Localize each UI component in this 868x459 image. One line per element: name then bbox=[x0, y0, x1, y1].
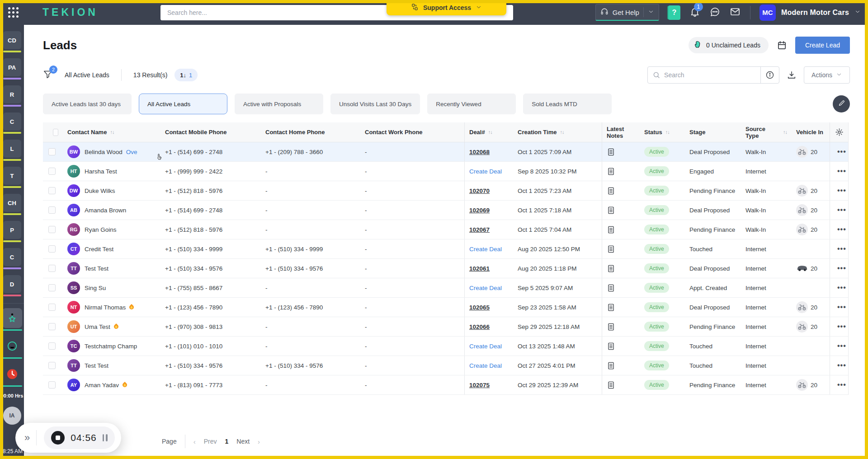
table-row[interactable]: SSSing Su+1 - (755) 855 - 8667--Create D… bbox=[43, 278, 848, 298]
create-deal-link[interactable]: Create Deal bbox=[469, 168, 502, 175]
column-header-contact-mobile-phone[interactable]: Contact Mobile Phone bbox=[160, 129, 261, 136]
row-menu-button[interactable]: ••• bbox=[835, 264, 846, 272]
org-switcher[interactable]: MC Modern Motor Cars bbox=[760, 5, 861, 21]
column-header-contact-home-phone[interactable]: Contact Home Phone bbox=[261, 129, 360, 136]
contact-name[interactable]: Belinda Wood bbox=[85, 149, 123, 155]
row-menu-button[interactable]: ••• bbox=[835, 167, 846, 175]
contact-name[interactable]: Nirmal Thomas bbox=[85, 304, 126, 311]
stop-recording-button[interactable] bbox=[51, 431, 65, 445]
row-menu-button[interactable]: ••• bbox=[835, 381, 846, 389]
unclaimed-leads-pill[interactable]: 0 Unclaimed Leads bbox=[689, 37, 769, 53]
contact-name[interactable]: Uma Test bbox=[85, 323, 110, 330]
column-header-status[interactable]: Status↑↓ bbox=[640, 129, 685, 136]
table-row[interactable]: TTTest Test+1 - (510) 334 - 9576+1 - (51… bbox=[43, 259, 848, 278]
table-row[interactable]: HTHarsha Test+1 - (999) 999 - 2422--Crea… bbox=[43, 162, 848, 181]
expand-recorder-button[interactable]: » bbox=[24, 432, 29, 444]
user-avatar[interactable]: IA bbox=[3, 407, 21, 425]
row-menu-button[interactable]: ••• bbox=[835, 187, 846, 195]
column-header-latest-notes[interactable]: Latest Notes bbox=[602, 122, 640, 142]
deal-number-link[interactable]: 102068 bbox=[469, 149, 490, 155]
deal-number-link[interactable]: 102061 bbox=[469, 265, 490, 272]
edit-views-button[interactable] bbox=[833, 95, 850, 112]
help-guide-icon[interactable]: ? bbox=[668, 5, 680, 20]
row-menu-button[interactable]: ••• bbox=[835, 225, 846, 234]
row-checkbox[interactable] bbox=[48, 342, 56, 350]
sidebar-item-c2[interactable]: C bbox=[3, 248, 21, 269]
current-page[interactable]: 1 bbox=[225, 438, 229, 445]
row-checkbox[interactable] bbox=[48, 206, 56, 214]
row-checkbox[interactable] bbox=[48, 168, 56, 175]
column-header-contact-work-phone[interactable]: Contact Work Phone bbox=[360, 129, 464, 136]
contact-name[interactable]: Harsha Test bbox=[85, 168, 117, 175]
next-page-button[interactable]: Next bbox=[236, 438, 250, 445]
sort-chip[interactable]: 1↓ 1 bbox=[175, 69, 198, 81]
row-checkbox[interactable] bbox=[48, 226, 56, 233]
sidebar-item-l[interactable]: L bbox=[3, 140, 21, 161]
filter-tab-unsold-visits-last-30-days[interactable]: Unsold Visits Last 30 Days bbox=[330, 94, 420, 114]
create-deal-link[interactable]: Create Deal bbox=[469, 285, 502, 291]
sidebar-item-c[interactable]: C bbox=[3, 112, 21, 134]
table-row[interactable]: DWDuke Wilks+1 - (512) 818 - 5976--10207… bbox=[43, 181, 848, 201]
column-header-creation-time[interactable]: Creation Time↑↓ bbox=[513, 129, 602, 136]
overview-link[interactable]: Ove bbox=[126, 149, 137, 155]
column-header-stage[interactable]: Stage bbox=[685, 129, 741, 136]
deal-number-link[interactable]: 102066 bbox=[469, 323, 490, 330]
contact-name[interactable]: Duke Wilks bbox=[85, 187, 115, 194]
table-row[interactable]: ABAmanda Brown+1 - (514) 699 - 2748--102… bbox=[43, 201, 848, 220]
deal-number-link[interactable]: 102075 bbox=[469, 382, 490, 389]
contact-name[interactable]: Credit Test bbox=[85, 246, 113, 253]
row-checkbox[interactable] bbox=[48, 284, 56, 291]
table-row[interactable]: UTUma Test+1 - (970) 308 - 9813--102066S… bbox=[43, 317, 848, 337]
sort-icon[interactable]: ↑↓ bbox=[665, 129, 670, 136]
support-access-banner[interactable]: Support Access bbox=[387, 0, 506, 15]
deal-number-link[interactable]: 102069 bbox=[469, 207, 490, 214]
filter-button[interactable]: 2 bbox=[43, 69, 53, 81]
contact-name[interactable]: Amanda Brown bbox=[85, 207, 126, 214]
sort-icon[interactable]: ↑↓ bbox=[110, 129, 114, 136]
get-help-button[interactable]: Get Help bbox=[595, 4, 659, 21]
row-checkbox[interactable] bbox=[48, 381, 56, 389]
sidebar-item-ch[interactable]: CH bbox=[3, 194, 21, 215]
row-menu-button[interactable]: ••• bbox=[835, 206, 846, 214]
row-menu-button[interactable]: ••• bbox=[835, 303, 846, 311]
contact-name[interactable]: Test Test bbox=[85, 362, 108, 369]
download-icon[interactable] bbox=[787, 70, 797, 80]
pause-recording-button[interactable] bbox=[103, 434, 108, 441]
filter-tab-all-active-leads[interactable]: All Active Leads bbox=[139, 94, 227, 114]
sidebar-item-t[interactable]: T bbox=[3, 167, 21, 188]
sidebar-item-cd[interactable]: CD bbox=[3, 31, 21, 52]
contact-name[interactable]: Test Test bbox=[85, 265, 108, 272]
app-grid-icon[interactable] bbox=[8, 7, 19, 18]
sort-icon[interactable]: ↑↓ bbox=[488, 129, 492, 136]
actions-button[interactable]: Actions bbox=[804, 66, 850, 84]
create-deal-link[interactable]: Create Deal bbox=[469, 246, 502, 253]
row-checkbox[interactable] bbox=[48, 323, 56, 330]
column-header-contact-name[interactable]: Contact Name↑↓ bbox=[63, 129, 160, 136]
sidebar-item-pa[interactable]: PA bbox=[3, 58, 21, 80]
row-checkbox[interactable] bbox=[48, 265, 56, 272]
messages-button[interactable] bbox=[709, 6, 720, 19]
mail-button[interactable] bbox=[729, 6, 741, 19]
table-row[interactable]: CTCredit Test+1 - (510) 334 - 9999+1 - (… bbox=[43, 239, 848, 259]
row-menu-button[interactable]: ••• bbox=[835, 323, 846, 331]
contact-name[interactable]: Ryan Goins bbox=[85, 226, 117, 233]
sidebar-item-leads-star[interactable] bbox=[2, 308, 22, 331]
sidebar-item-gauge[interactable] bbox=[2, 336, 22, 359]
column-header-source-type[interactable]: Source Type↑↓ bbox=[741, 126, 792, 139]
create-deal-link[interactable]: Create Deal bbox=[469, 343, 502, 350]
row-checkbox[interactable] bbox=[48, 362, 56, 369]
create-lead-button[interactable]: Create Lead bbox=[795, 37, 850, 54]
sidebar-item-p[interactable]: P bbox=[3, 221, 21, 242]
sidebar-item-d[interactable]: D bbox=[3, 275, 21, 296]
sidebar-item-r[interactable]: R bbox=[3, 85, 21, 107]
filter-tab-recently-viewed[interactable]: Recently Viewed bbox=[427, 94, 516, 114]
row-checkbox[interactable] bbox=[48, 148, 56, 155]
sidebar-item-clock[interactable] bbox=[2, 364, 22, 387]
row-menu-button[interactable]: ••• bbox=[835, 148, 846, 156]
table-row[interactable]: NTNirmal Thomas+1 - (123) 456 - 7890+1 -… bbox=[43, 298, 848, 317]
contact-name[interactable]: Aman Yadav bbox=[85, 382, 119, 389]
table-row[interactable]: TCTestchatmp Champ+1 - (101) 010 - 1010-… bbox=[43, 337, 848, 356]
row-checkbox[interactable] bbox=[48, 187, 56, 194]
row-checkbox[interactable] bbox=[48, 245, 56, 253]
contact-name[interactable]: Testchatmp Champ bbox=[85, 343, 137, 350]
